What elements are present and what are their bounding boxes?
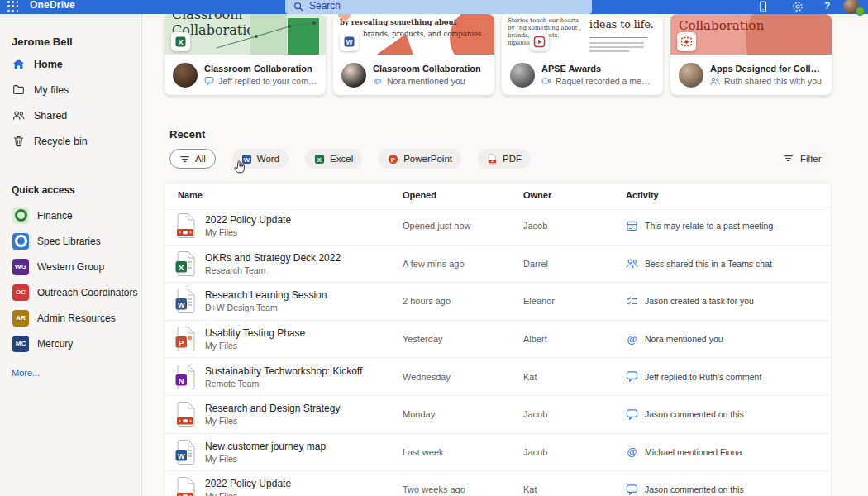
column-header-owner[interactable]: Owner — [523, 190, 626, 200]
quick-access-item-outreach-coordinators[interactable]: OC Outreach Coordinators — [0, 279, 141, 305]
sidebar-item-home[interactable]: Home — [0, 51, 141, 77]
owner-value: Eleanor — [523, 296, 626, 306]
opened-value: Wednesday — [403, 372, 523, 382]
mention-icon — [626, 333, 638, 346]
comment-icon — [626, 408, 638, 421]
folder-icon — [12, 83, 25, 96]
file-name: Research Learning Session — [205, 289, 327, 301]
quick-access-label: Finance — [37, 210, 73, 222]
device-sync-icon[interactable] — [757, 1, 769, 12]
record-badge-icon — [677, 32, 696, 51]
app-launcher-icon[interactable] — [7, 1, 19, 12]
mouse-cursor — [233, 160, 246, 175]
sidebar-item-my-files[interactable]: My files — [0, 77, 141, 103]
quick-access-label: Western Group — [37, 261, 104, 273]
onenote-file-icon — [175, 364, 197, 390]
comment-icon — [626, 370, 638, 383]
card-classroom-collaboration-word[interactable]: by revealing something about brands, pro… — [333, 14, 494, 95]
pdf-file-icon — [175, 401, 197, 427]
avatar — [679, 63, 703, 88]
owner-value: Darrel — [523, 259, 626, 269]
quick-access-label: Mercury — [37, 338, 73, 350]
table-row[interactable]: 2022 Policy UpdateMy Files Opened just n… — [165, 207, 831, 246]
table-header: Name Opened Owner Activity — [165, 184, 831, 207]
onedrive-app: OneDrive Search ? Jerome Bell Home My fi… — [0, 0, 868, 496]
video-icon — [541, 76, 551, 86]
file-name: 2022 Policy Update — [205, 214, 291, 226]
table-row[interactable]: New customer journey mapMy Files Last we… — [165, 434, 831, 472]
card-title: APSE Awards — [541, 64, 655, 74]
people-icon — [12, 109, 25, 122]
table-row[interactable]: 2022 Policy UpdateMy Files Two weeks ago… — [165, 471, 831, 496]
recent-section-title: Recent — [169, 128, 205, 141]
pdf-file-icon — [175, 212, 197, 239]
western-group-initials-icon: WG — [12, 259, 29, 275]
card-activity: Raquel recorded a meeting — [556, 76, 655, 86]
activity-text: Jason commented on this — [645, 484, 744, 494]
sidebar-item-shared[interactable]: Shared — [0, 103, 141, 128]
column-header-name[interactable]: Name — [165, 190, 403, 200]
opened-value: Yesterday — [403, 334, 523, 344]
powerpoint-icon — [388, 154, 398, 165]
quick-access-item-admin-resources[interactable]: AR Admin Resources — [0, 305, 141, 331]
card-classroom-collaboration-excel[interactable]: ClassroomCollaboration · Classroom Colla… — [165, 14, 326, 95]
finance-logo-icon — [12, 207, 29, 224]
quick-access-item-finance[interactable]: Finance — [0, 203, 141, 228]
file-name: Usablity Testing Phase — [205, 327, 305, 339]
file-location: D+W Design Team — [205, 303, 327, 312]
file-name: OKRs and Strategy Deck 2022 — [205, 252, 341, 264]
pill-powerpoint[interactable]: PowerPoint — [379, 149, 461, 169]
word-file-icon — [175, 288, 197, 314]
quick-access-item-mercury[interactable]: MC Mercury — [0, 331, 141, 356]
filter-lines-icon — [179, 154, 190, 165]
quick-access-label: Outreach Coordinators — [37, 287, 137, 298]
app-title: OneDrive — [30, 0, 75, 11]
activity-text: This may relate to a past meeting — [645, 221, 773, 231]
owner-value: Jacob — [523, 447, 626, 457]
comment-icon — [626, 484, 638, 496]
table-row[interactable]: Usablity Testing PhaseMy Files Yesterday… — [165, 321, 831, 359]
card-apse-awards[interactable]: Stories touch our hearts by "ng somethin… — [502, 14, 663, 95]
sidebar-item-label: Home — [34, 59, 63, 70]
file-name: Research and Design Strategy — [205, 403, 340, 414]
search-input[interactable]: Search — [285, 0, 592, 14]
excel-file-icon — [175, 250, 197, 277]
owner-value: Jacob — [523, 409, 626, 419]
more-link[interactable]: More... — [12, 368, 141, 378]
outreach-coordinators-initials-icon: OC — [12, 284, 29, 301]
quick-access-item-spec-libraries[interactable]: Spec Libraries — [0, 228, 141, 254]
pill-excel[interactable]: Excel — [305, 149, 362, 169]
people-icon — [710, 76, 720, 86]
gear-icon[interactable] — [792, 1, 804, 12]
table-row[interactable]: OKRs and Strategy Deck 2022Research Team… — [165, 246, 831, 284]
quick-access-item-western-group[interactable]: WG Western Group — [0, 254, 141, 279]
card-apps-designed-for-collab[interactable]: Collaboration Apps Designed for Collab..… — [670, 14, 832, 95]
filter-button[interactable]: Filter — [783, 153, 822, 164]
table-row[interactable]: Research Learning SessionD+W Design Team… — [165, 283, 831, 321]
file-location: Remote Team — [205, 379, 362, 389]
recommended-cards: ClassroomCollaboration · Classroom Colla… — [165, 14, 832, 95]
pill-all[interactable]: All — [169, 149, 216, 169]
sidebar: Jerome Bell Home My files Shared Recycle… — [0, 14, 142, 496]
sidebar-item-recycle-bin[interactable]: Recycle bin — [0, 128, 141, 154]
mercury-initials-icon: MC — [12, 336, 29, 352]
sidebar-item-label: Recycle bin — [34, 136, 88, 147]
pill-pdf[interactable]: PDF — [478, 149, 531, 169]
table-row[interactable]: Sustainablity Techworkshop: KickoffRemot… — [165, 358, 831, 396]
avatar — [510, 63, 535, 88]
column-header-activity[interactable]: Activity — [626, 190, 831, 200]
quick-access-title: Quick access — [12, 184, 141, 196]
owner-value: Albert — [523, 334, 626, 344]
help-icon[interactable]: ? — [824, 0, 830, 12]
column-header-opened[interactable]: Opened — [403, 190, 523, 200]
excel-badge-icon — [171, 32, 190, 51]
file-type-filter-pills: All Word Excel PowerPoint PDF — [169, 149, 531, 169]
table-row[interactable]: Research and Design StrategyMy Files Mon… — [165, 396, 831, 434]
comment-icon — [204, 76, 214, 86]
opened-value: A few mins ago — [403, 259, 523, 269]
activity-text: Michael mentioned Fiona — [645, 447, 742, 457]
spec-libraries-logo-icon — [12, 233, 29, 250]
search-icon — [293, 2, 303, 12]
card-activity: Nora mentioned you — [387, 76, 465, 86]
file-name: Sustainablity Techworkshop: Kickoff — [205, 365, 362, 377]
